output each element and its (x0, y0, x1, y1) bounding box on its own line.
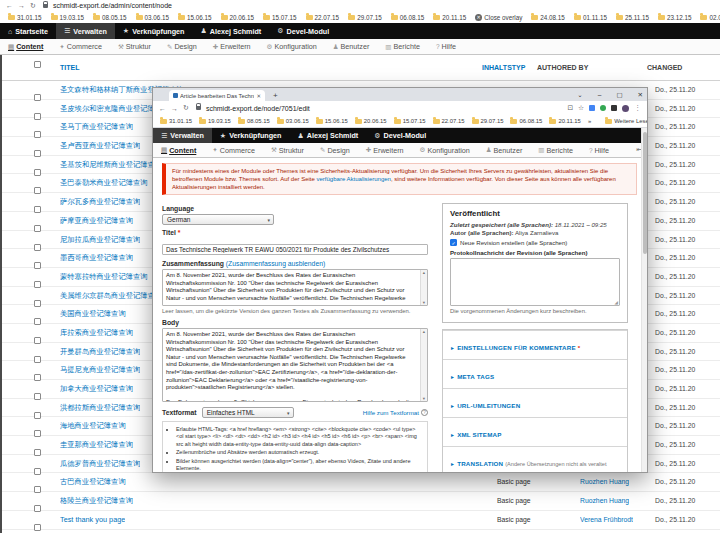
row-title-link[interactable]: 美属维尔京群岛商业登记簿查询 (60, 287, 162, 306)
language-select[interactable]: German ▾ (162, 214, 274, 225)
summary-textarea[interactable]: Am 8. November 2021, wurde der Beschluss… (163, 270, 427, 305)
bookmark-item[interactable]: 15.07.15 (263, 14, 297, 21)
bookmark-item[interactable]: 20.11.15 (549, 118, 581, 124)
popup-scrollbar[interactable] (641, 128, 647, 473)
bookmark-item[interactable]: 08.05.15 (93, 14, 127, 21)
textarea-scrollbar[interactable]: ▴▾ (420, 329, 427, 401)
bookmark-item[interactable]: 08.05.15 (238, 118, 270, 124)
body-textarea[interactable]: Am 8. November 2021, wurde der Beschluss… (163, 329, 427, 401)
extension-icon[interactable] (600, 105, 606, 111)
bookmark-item[interactable]: 20.11.15 (433, 14, 466, 21)
admin-menu-item[interactable]: ♟ Benutzer (478, 146, 531, 155)
select-all-checkbox[interactable] (34, 61, 41, 68)
row-author-link[interactable]: Verena Frühbrodt (580, 511, 633, 530)
row-title-link[interactable]: Test thank you page (60, 511, 125, 530)
admin-toolbar-item[interactable]: ⌂ Startseite (0, 23, 56, 39)
admin-menu-item[interactable]: ? Hilfe (428, 42, 464, 51)
collapsible-section[interactable]: ►URL-UMLEITUNGEN (443, 388, 627, 417)
bookmark-item[interactable]: 31.01.15 (8, 14, 42, 21)
bookmark-item[interactable]: 20.06.15 (221, 14, 255, 21)
extension-icon[interactable] (589, 105, 595, 111)
tab-close-icon[interactable]: ✕ (256, 93, 261, 99)
collapsible-section[interactable]: ►EINSTELLUNGEN FÜR KOMMENTARE * (443, 330, 627, 359)
new-tab-button[interactable]: + (273, 90, 278, 101)
bookmark-item[interactable]: 02.01.16 (700, 14, 720, 21)
profile-avatar[interactable] (622, 105, 629, 112)
admin-menu-item[interactable]: ▤ Content (153, 146, 204, 155)
row-title-link[interactable]: 海地商业登记簿查询 (60, 417, 126, 436)
admin-menu-item[interactable]: ♟ Benutzer (325, 42, 378, 51)
bookmark-item[interactable]: 03.06.15 (277, 118, 309, 124)
textarea-scrollbar[interactable]: ▴▾ (420, 270, 427, 305)
extension-icon[interactable] (611, 105, 617, 111)
row-title-link[interactable]: 美国商业登记簿查询 (60, 305, 126, 324)
admin-toolbar-item[interactable]: ★ Verknüpfungen (115, 23, 193, 39)
admin-menu-item[interactable]: ? Hilfe (581, 146, 617, 155)
row-title-link[interactable]: 加拿大商业登记簿查询 (60, 380, 133, 399)
row-author-link[interactable]: Ruozhen Huang (580, 473, 629, 492)
bookmark-item[interactable]: 29.07.15 (472, 118, 504, 124)
row-title-link[interactable]: 圣基茨和尼维斯商业登记簿查询 (60, 156, 162, 175)
bookmark-item[interactable]: 06.08.15 (510, 118, 542, 124)
row-title-link[interactable]: 萨摩亚商业登记簿查询 (60, 212, 133, 231)
revision-log-textarea[interactable] (451, 259, 619, 305)
bookmark-item[interactable]: 15.06.15 (178, 14, 212, 21)
bookmark-item[interactable]: 01.11.15 (574, 14, 607, 21)
bookmark-item[interactable]: 22.07.15 (433, 118, 465, 124)
admin-menu-item[interactable]: ✚ Erweitern (358, 146, 412, 155)
textformat-select[interactable]: Einfaches HTML ▾ (202, 407, 294, 418)
textformat-help-link[interactable]: Hilfe zum Textformat ? (363, 409, 428, 416)
available-updates-link[interactable]: verfügbare Aktualisierungen (317, 176, 391, 182)
new-revision-checkbox[interactable]: ✓ (450, 239, 457, 246)
bookmark-item[interactable]: 24.08.15 (531, 14, 565, 21)
reload-icon[interactable]: ↻ (30, 2, 36, 10)
row-author-link[interactable]: Ruozhen Huang (580, 492, 629, 511)
outer-address-input[interactable]: schmidt-export.de/admin/content/node (53, 2, 172, 9)
other-bookmarks[interactable]: Weitere Lesezeichen (605, 118, 647, 124)
admin-toolbar-item[interactable]: ♟ Alexej Schmidt (192, 23, 269, 39)
admin-menu-item[interactable]: ✦ Commerce (51, 42, 110, 51)
row-title-link[interactable]: 圣马丁商业登记簿查询 (60, 118, 133, 137)
admin-menu-item[interactable]: ✚ Erweitern (205, 42, 259, 51)
row-title-link[interactable]: 萨尔瓦多商业登记簿查询 (60, 193, 140, 212)
admin-menu-item[interactable]: ⚙ Konfiguration (412, 146, 478, 155)
bookmark-item[interactable]: 19.03.15 (199, 118, 231, 124)
admin-menu-item[interactable]: ⚙ Konfiguration (259, 42, 325, 51)
admin-toolbar-item[interactable]: ☰ Verwalten (153, 128, 212, 143)
row-title-link[interactable]: 圣卢西亚商业登记簿查询 (60, 137, 140, 156)
row-author-link[interactable]: Ruozhen Huang (580, 530, 629, 533)
admin-menu-item[interactable]: ▤ Content (0, 42, 51, 51)
row-title-link[interactable]: 格陵兰商业登记簿查询 (60, 492, 133, 511)
admin-menu-item[interactable]: ✎ Design (159, 42, 205, 51)
row-title-link[interactable]: 洪都拉斯商业登记簿查询 (60, 399, 140, 418)
bookmark-item[interactable]: 19.03.15 (51, 14, 85, 21)
row-title-link[interactable]: 古巴商业登记簿查询 (60, 473, 126, 492)
row-title-link[interactable]: 瓜德罗普商业登记簿查询 (60, 455, 140, 474)
row-title-link[interactable]: 库拉索商业登记簿查询 (60, 324, 133, 343)
window-minimize-button[interactable]: – (598, 91, 602, 98)
row-title-link[interactable]: 蒙特塞拉特商业登记簿查询 (60, 268, 148, 287)
bookmark-item[interactable]: 03.06.15 (136, 14, 170, 21)
row-title-link[interactable]: 马提尼克商业登记簿查询 (60, 361, 140, 380)
bookmark-item[interactable]: 23.12.15 (658, 14, 692, 21)
window-chevron-icon[interactable]: ⌄ (577, 91, 582, 99)
row-title-link[interactable]: 哥斯达黎加商业登记簿查询 (60, 530, 148, 533)
admin-toolbar-item[interactable]: ♟ Alexej Schmidt (289, 128, 366, 143)
row-title-link[interactable]: 开曼群岛商业登记簿查询 (60, 343, 140, 362)
admin-menu-item[interactable]: ✦ Commerce (204, 146, 263, 155)
admin-menu-item[interactable]: ⚒ Struktur (263, 146, 312, 155)
bookmark-item[interactable]: 25.11.15 (616, 14, 649, 21)
bookmark-star-icon[interactable]: ☆ (578, 104, 584, 112)
header-titel[interactable]: TITEL (60, 64, 79, 71)
row-title-link[interactable]: 圣巴泰勒米商业登记簿查询 (60, 174, 148, 193)
resize-grip-icon[interactable]: ◢ (615, 301, 618, 305)
collapsible-section[interactable]: ►XML SITEMAP (443, 417, 627, 446)
admin-menu-item[interactable]: ⚒ Struktur (110, 42, 159, 51)
header-inhaltstyp[interactable]: INHALTSTYP (482, 64, 525, 71)
bookmark-item[interactable]: 22.07.15 (306, 14, 340, 21)
summary-toggle-link[interactable]: (Zusammenfassung ausblenden) (226, 260, 325, 267)
admin-menu-item[interactable]: ▥ Berichte (530, 146, 581, 155)
admin-toolbar-item[interactable]: ★ Verknüpfungen (212, 128, 290, 143)
bookmark-item[interactable]: 15.06.15 (316, 118, 348, 124)
reload-icon[interactable]: ↻ (183, 104, 189, 112)
